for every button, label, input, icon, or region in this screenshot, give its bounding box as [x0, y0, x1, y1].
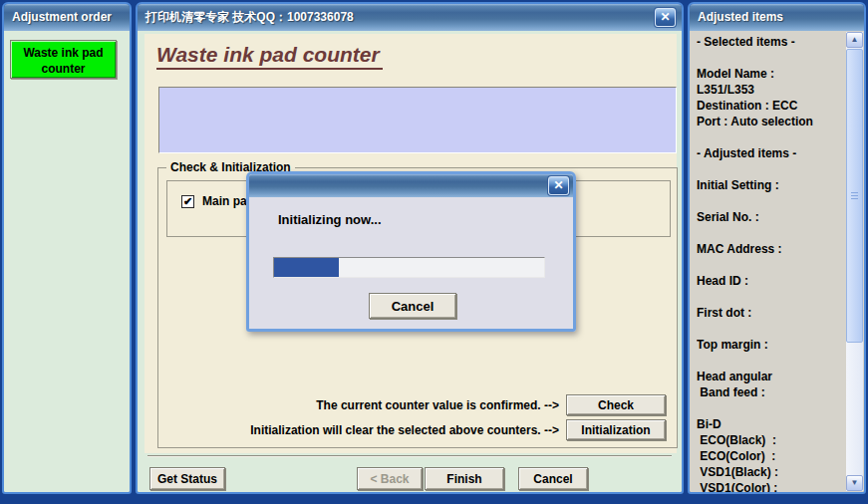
dialog-close-icon[interactable]: ✕	[548, 176, 569, 195]
adjusted-items-list: - Selected items - Model Name : L351/L35…	[697, 34, 842, 492]
scrollbar-grip	[851, 192, 858, 200]
initializing-dialog: ✕ Initializing now... Cancel	[246, 171, 576, 332]
check-hint-text: The current counter value is confirmed. …	[154, 398, 559, 412]
finish-button[interactable]: Finish	[425, 467, 504, 490]
footer-separator	[147, 455, 672, 457]
dialog-body: Initializing now... Cancel	[249, 197, 573, 329]
progress-fill	[274, 258, 339, 277]
items-scrollbar[interactable]: ▲ ▼	[846, 32, 863, 491]
adjustment-order-body: Waste ink pad counter	[4, 31, 130, 492]
back-button[interactable]: < Back	[357, 467, 423, 490]
adjustment-order-titlebar: Adjustment order	[4, 4, 130, 31]
adjusted-items-titlebar: Adjusted items	[690, 4, 864, 31]
adjustment-order-panel: Adjustment order Waste ink pad counter	[2, 2, 132, 494]
dialog-message: Initializing now...	[278, 212, 382, 227]
progress-bar	[273, 257, 545, 278]
main-pad-checkbox[interactable]: ✔	[181, 195, 194, 208]
notice-textarea[interactable]	[158, 87, 677, 153]
main-pad-row: ✔ Main pad	[181, 194, 254, 208]
get-status-button[interactable]: Get Status	[149, 467, 225, 490]
cancel-button[interactable]: Cancel	[518, 467, 588, 490]
adjusted-items-panel: Adjusted items - Selected items - Model …	[688, 2, 866, 494]
scrollbar-thumb[interactable]	[846, 49, 863, 343]
scroll-up-icon[interactable]: ▲	[846, 32, 863, 48]
main-titlebar: 打印机清零专家 技术QQ：1007336078	[138, 4, 682, 31]
adjusted-items-body: - Selected items - Model Name : L351/L35…	[690, 31, 864, 492]
dialog-cancel-button[interactable]: Cancel	[369, 293, 456, 319]
initialization-button[interactable]: Initialization	[566, 419, 666, 440]
close-icon[interactable]: ✕	[655, 8, 676, 27]
scroll-down-icon[interactable]: ▼	[846, 475, 863, 491]
dialog-titlebar	[249, 174, 573, 197]
page-title: Waste ink pad counter	[156, 43, 383, 70]
waste-ink-pad-counter-button[interactable]: Waste ink pad counter	[10, 40, 117, 79]
initialization-hint-text: Initialization will clear the selected a…	[154, 423, 559, 437]
check-button[interactable]: Check	[566, 394, 666, 415]
